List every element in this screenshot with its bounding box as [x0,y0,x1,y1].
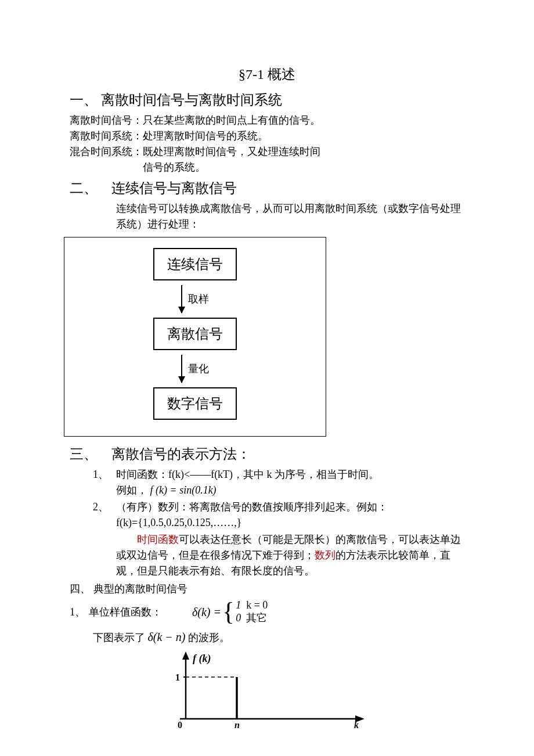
def2-label: 离散时间系统： [70,128,143,144]
def1-text: 只在某些离散的时间点上有值的信号。 [143,113,329,128]
arrow-label-quantize: 量化 [188,361,209,377]
def3-label: 混合时间系统： [70,144,143,175]
delta-lhs: δ(k) = [192,603,221,621]
graph-ylabel: f (k) [193,653,211,665]
formula-delta-shift: δ(k − n) [148,631,186,643]
graph-origin: 0 [178,720,182,730]
flow-diagram: 连续信号 取样 离散信号 量化 数字信号 [64,237,326,437]
section3-body: 1、 时间函数：f(k)<——f(kT)，其中 k 为序号，相当于时间。 例如，… [70,467,464,579]
graph-xtick: n [234,720,240,730]
graph-intro-suffix: 的波形。 [188,632,230,643]
document-page: §7-1 概述 一、 离散时间信号与离散时间系统 离散时间信号： 只在某些离散的… [0,0,534,756]
heading-4: 四、 典型的离散时间信号 [70,581,464,597]
case2-cond: 其它 [246,612,267,624]
graph-xlabel: k [354,720,359,730]
section3-note: 时间函数可以表达任意长（可能是无限长）的离散信号，可以表达单边或双边信号，但是在… [116,532,464,579]
item-marker: 1、 [70,604,85,620]
flow-box-discrete: 离散信号 [153,318,237,350]
note-red1: 时间函数 [137,534,179,545]
item2-line2: f(k)={1,0.5,0.25,0.125,……,} [116,515,388,531]
heading-1: 一、 离散时间信号与离散时间系统 [70,89,464,110]
flow-box-digital: 数字信号 [153,387,237,420]
item1-prefix: 例如， [116,484,147,496]
arrow-label-sample: 取样 [188,291,209,307]
impulse-graph: f (k) 1 0 n k [163,649,464,735]
item2-line1: （有序）数列：将离散信号的数值按顺序排列起来。例如： [116,499,388,515]
arrow-icon [181,285,182,313]
item1-line1: 时间函数：f(k)<——f(kT)，其中 k 为序号，相当于时间。 [116,467,379,483]
heading-3: 三、 离散信号的表示方法： [70,444,464,465]
def3-text: 既处理离散时间信号，又处理连续时间信号的系统。 [143,144,329,175]
arrow-icon [181,355,182,383]
heading-2: 二、 连续信号与离散信号 [70,178,464,199]
case1-cond: k = 0 [246,599,268,611]
graph-ytick: 1 [175,672,180,682]
graph-intro-prefix: 下图表示了 [93,632,145,643]
formula-sin: f (k) = sin(0.1k) [150,484,217,496]
flow-box-continuous: 连续信号 [153,248,237,280]
case1-val: 1 [236,599,241,611]
item-marker: 2、 [93,499,116,531]
item-marker: 1、 [93,467,116,498]
note-red2: 数列 [315,549,335,561]
section2-intro: 连续信号可以转换成离散信号，从而可以用离散时间系统（或数字信号处理系统）进行处理… [70,201,464,232]
section-title: §7-1 概述 [70,64,464,85]
item1-label: 单位样值函数： [89,604,162,620]
def1-label: 离散时间信号： [70,113,143,128]
def2-text: 处理离散时间信号的系统。 [143,128,464,144]
svg-marker-1 [182,651,189,660]
case2-val: 0 [236,612,241,624]
delta-equation: δ(k) = { 1 k = 0 0 其它 [192,599,268,625]
definitions: 离散时间信号： 只在某些离散的时间点上有值的信号。 离散时间系统： 处理离散时间… [70,113,464,175]
